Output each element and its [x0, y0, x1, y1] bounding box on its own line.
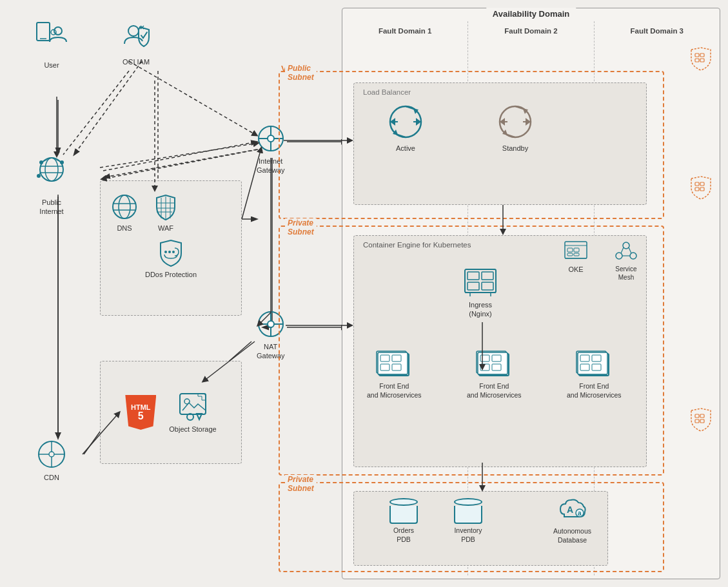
svg-point-36 [119, 195, 130, 218]
security-icon-2-block [689, 176, 713, 203]
service-mesh-label: ServiceMesh [615, 265, 636, 282]
inventory-pdb-label: InventoryPDB [454, 526, 482, 544]
svg-point-47 [172, 251, 175, 253]
svg-line-130 [100, 143, 258, 168]
svg-rect-118 [578, 352, 607, 374]
load-balancer-label: Load Balancer [363, 88, 411, 96]
oke-label: OKE [568, 265, 583, 274]
autonomous-db-label: AutonomousDatabase [553, 527, 591, 544]
user-icon [35, 19, 68, 58]
svg-line-7 [104, 149, 257, 177]
oci-iam-label: OCI IAM [123, 57, 150, 66]
ddos-icon [155, 239, 186, 267]
user-block: User [35, 19, 68, 70]
svg-rect-58 [700, 53, 704, 57]
svg-point-46 [168, 251, 171, 253]
svg-point-35 [113, 195, 136, 218]
svg-line-89 [621, 247, 624, 253]
lb-standby-icon [496, 102, 535, 141]
nat-gateway-block: NATGateway [257, 311, 284, 361]
svg-rect-67 [695, 419, 699, 423]
dns-block: DNS [110, 193, 139, 233]
svg-rect-63 [695, 188, 699, 191]
orders-pdb-block: OrdersPDB [389, 498, 418, 544]
orders-pdb-label: OrdersPDB [393, 526, 414, 544]
svg-rect-94 [482, 272, 493, 280]
autonomous-db-icon: A a [558, 495, 587, 524]
cdn-icon [35, 438, 68, 470]
oci-iam-block: OCI IAM [119, 19, 153, 66]
frontend1-block: Front Endand Microservices [367, 349, 422, 399]
dns-label: DNS [117, 224, 132, 233]
svg-rect-57 [695, 53, 699, 57]
internet-gateway-icon [258, 126, 284, 151]
k8s-box: Container Engine for Kubernetes OKE [353, 235, 647, 467]
service-mesh-block: ServiceMesh [614, 239, 638, 282]
frontend3-icon [575, 349, 613, 380]
svg-point-87 [616, 253, 622, 259]
availability-domain-label: Availability Domain [486, 8, 576, 20]
svg-rect-93 [467, 272, 479, 280]
main-container: User OCI IAM [0, 0, 728, 587]
svg-rect-81 [567, 248, 573, 252]
svg-rect-18 [37, 23, 50, 41]
svg-point-26 [45, 158, 58, 181]
svg-rect-62 [700, 182, 704, 186]
cdn-label: CDN [44, 473, 59, 482]
frontend2-label: Front Endand Microservices [467, 382, 522, 399]
object-storage-icon [177, 391, 208, 422]
svg-line-6 [63, 71, 129, 155]
svg-rect-59 [695, 59, 699, 62]
inventory-pdb-icon [454, 498, 482, 524]
lb-standby-block: Standby [496, 102, 535, 153]
security-icon-1-block [689, 47, 713, 74]
svg-rect-102 [378, 352, 408, 374]
lb-active-icon [386, 102, 425, 141]
vcn-label: VCN [279, 64, 301, 73]
ddos-block: DDos Protection [145, 239, 197, 279]
svg-line-90 [629, 247, 631, 253]
dns-icon [110, 193, 139, 221]
service-mesh-icon [614, 239, 638, 262]
lb-standby-label: Standby [502, 144, 528, 153]
svg-line-5 [74, 61, 142, 155]
svg-rect-84 [574, 253, 579, 256]
private-subnet-1-label: PrivateSubnet [285, 218, 317, 236]
lb-active-block: Active [386, 102, 425, 153]
frontend2-block: Front Endand Microservices [467, 349, 522, 399]
k8s-label: Container Engine for Kubernetes [363, 241, 471, 249]
ddos-label: DDos Protection [145, 270, 197, 279]
svg-point-88 [630, 253, 636, 259]
svg-text:A: A [567, 505, 573, 515]
public-internet-label: PublicInternet [39, 198, 63, 217]
security-icon-1 [689, 47, 713, 72]
svg-rect-83 [567, 253, 573, 256]
user-label: User [44, 61, 59, 70]
ingress-label: Ingress(Nginx) [469, 300, 492, 319]
autonomous-db-block: A a AutonomousDatabase [553, 495, 591, 544]
frontend3-label: Front Endand Microservices [567, 382, 622, 399]
inventory-pdb-block: InventoryPDB [454, 498, 482, 544]
public-internet-block: PublicInternet [32, 153, 71, 217]
private-subnet-2-label: PrivateSubnet [285, 475, 317, 493]
svg-point-21 [51, 30, 56, 35]
svg-rect-64 [700, 188, 704, 191]
oke-icon [564, 239, 588, 262]
object-storage-block: Object Storage [169, 391, 216, 434]
internet-gateway-block: InternetGateway [257, 126, 284, 175]
svg-rect-110 [478, 352, 507, 374]
waf-label: WAF [158, 224, 173, 233]
fd1-label: Fault Domain 1 [379, 27, 431, 35]
svg-point-86 [623, 242, 629, 249]
object-storage-label: Object Storage [169, 425, 216, 434]
services-box: DNS WAF [100, 180, 242, 316]
dns-waf-row: DNS WAF [101, 181, 241, 239]
waf-block: WAF [152, 193, 180, 233]
svg-rect-96 [482, 282, 493, 290]
svg-point-22 [128, 26, 139, 36]
svg-point-49 [49, 452, 54, 457]
svg-line-2 [103, 142, 257, 171]
svg-rect-68 [700, 419, 704, 423]
nat-gateway-icon [258, 311, 284, 337]
svg-rect-66 [700, 414, 704, 418]
